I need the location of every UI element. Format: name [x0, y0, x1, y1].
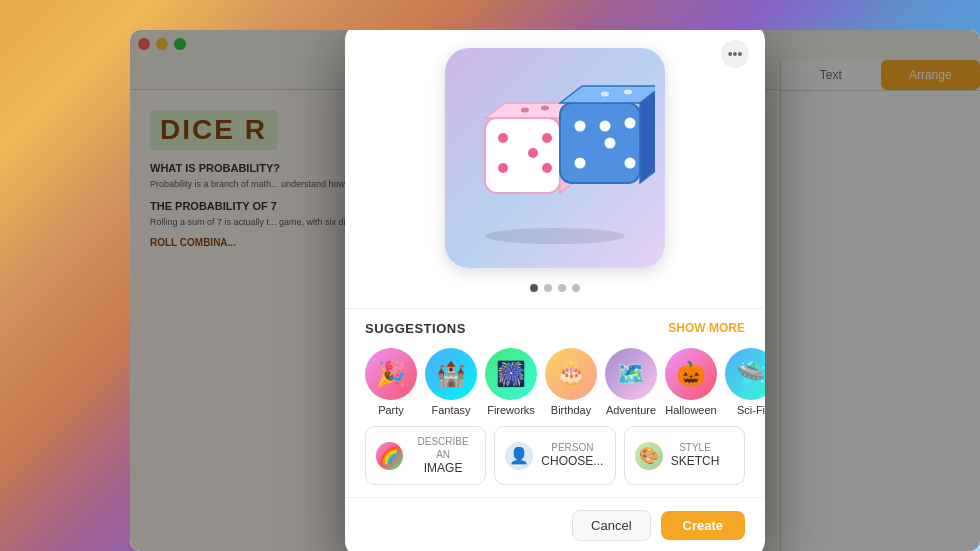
fantasy-label: Fantasy	[431, 404, 470, 416]
svg-point-10	[605, 137, 616, 148]
describe-icon: 🌈	[376, 442, 403, 470]
style-label-top: STYLE	[671, 441, 720, 454]
svg-point-6	[521, 107, 529, 112]
svg-point-3	[498, 163, 508, 173]
svg-point-12	[625, 117, 636, 128]
party-label: Party	[378, 404, 404, 416]
pagination-dots	[530, 284, 580, 292]
describe-label-top: DESCRIBE AN	[411, 435, 475, 461]
suggestion-adventure[interactable]: 🗺️ Adventure	[605, 348, 657, 416]
dot-3[interactable]	[558, 284, 566, 292]
scifi-icon: 🛸	[725, 348, 765, 400]
modal-overlay: •••	[130, 30, 980, 551]
describe-label-bottom: IMAGE	[424, 461, 463, 475]
svg-point-15	[601, 91, 609, 96]
svg-point-4	[542, 133, 552, 143]
style-text: STYLE SKETCH	[671, 441, 720, 470]
halloween-icon: 🎃	[665, 348, 717, 400]
suggestion-halloween[interactable]: 🎃 Halloween	[665, 348, 717, 416]
person-label-bottom: CHOOSE...	[541, 454, 603, 468]
dot-2[interactable]	[544, 284, 552, 292]
suggestions-section: SUGGESTIONS SHOW MORE 🎉 Party 🏰 Fantasy …	[345, 308, 765, 498]
svg-rect-8	[560, 103, 640, 183]
dot-1[interactable]	[530, 284, 538, 292]
style-sketch-button[interactable]: 🎨 STYLE SKETCH	[624, 426, 745, 486]
image-dialog: •••	[345, 30, 765, 551]
fireworks-icon: 🎆	[485, 348, 537, 400]
svg-point-16	[624, 89, 632, 94]
suggestions-label: SUGGESTIONS	[365, 321, 466, 336]
show-more-button[interactable]: SHOW MORE	[668, 321, 745, 335]
svg-point-14	[600, 120, 611, 131]
birthday-icon: 🎂	[545, 348, 597, 400]
describe-text: DESCRIBE AN IMAGE	[411, 435, 475, 477]
suggestion-party[interactable]: 🎉 Party	[365, 348, 417, 416]
dot-4[interactable]	[572, 284, 580, 292]
describe-image-button[interactable]: 🌈 DESCRIBE AN IMAGE	[365, 426, 486, 486]
svg-point-17	[485, 228, 625, 244]
style-icon: 🎨	[635, 442, 663, 470]
suggestions-row: 🎉 Party 🏰 Fantasy 🎆 Fireworks 🎂 Birthday	[365, 348, 745, 416]
svg-point-9	[575, 120, 586, 131]
suggestion-scifi[interactable]: 🛸 Sci-Fi	[725, 348, 765, 416]
person-choose-button[interactable]: 👤 PERSON CHOOSE...	[494, 426, 615, 486]
image-preview-area: •••	[345, 30, 765, 308]
svg-point-5	[542, 163, 552, 173]
create-button[interactable]: Create	[661, 511, 745, 540]
birthday-label: Birthday	[551, 404, 591, 416]
halloween-label: Halloween	[665, 404, 716, 416]
svg-point-11	[575, 157, 586, 168]
svg-point-2	[528, 148, 538, 158]
dice-illustration	[455, 68, 655, 248]
party-icon: 🎉	[365, 348, 417, 400]
scifi-label: Sci-Fi	[737, 404, 765, 416]
suggestion-fireworks[interactable]: 🎆 Fireworks	[485, 348, 537, 416]
action-buttons-row: 🌈 DESCRIBE AN IMAGE 👤 PERSON CHOOSE...	[365, 426, 745, 486]
adventure-label: Adventure	[606, 404, 656, 416]
fireworks-label: Fireworks	[487, 404, 535, 416]
modal-footer: Cancel Create	[345, 497, 765, 551]
svg-point-13	[625, 157, 636, 168]
suggestion-fantasy[interactable]: 🏰 Fantasy	[425, 348, 477, 416]
dice-image	[445, 48, 665, 268]
person-text: PERSON CHOOSE...	[541, 441, 603, 470]
fantasy-icon: 🏰	[425, 348, 477, 400]
svg-point-7	[541, 105, 549, 110]
svg-rect-0	[485, 118, 560, 193]
suggestion-birthday[interactable]: 🎂 Birthday	[545, 348, 597, 416]
pages-window: Dice Roll Probability.pages DICE R WHAT …	[130, 30, 980, 551]
style-label-bottom: SKETCH	[671, 454, 720, 468]
more-options-button[interactable]: •••	[721, 40, 749, 68]
adventure-icon: 🗺️	[605, 348, 657, 400]
suggestions-header: SUGGESTIONS SHOW MORE	[365, 321, 745, 336]
person-label-top: PERSON	[541, 441, 603, 454]
person-icon: 👤	[505, 442, 533, 470]
ellipsis-icon: •••	[728, 46, 743, 62]
cancel-button[interactable]: Cancel	[572, 510, 650, 541]
svg-point-1	[498, 133, 508, 143]
